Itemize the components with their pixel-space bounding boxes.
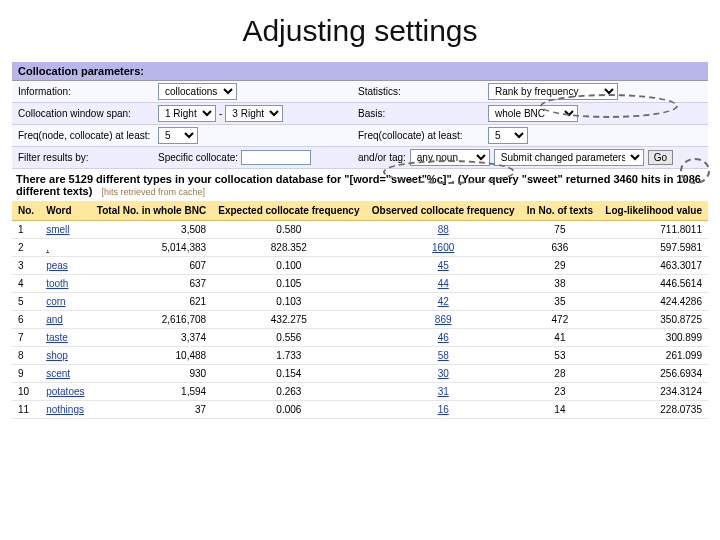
cell-total: 3,374 [91, 329, 213, 347]
cell-expected: 0.100 [212, 257, 365, 275]
cell-observed[interactable]: 16 [366, 401, 521, 419]
span-label: Collocation window span: [18, 108, 158, 119]
cell-word[interactable]: smell [40, 221, 90, 239]
col-ll: Log-likelihood value [599, 201, 708, 221]
cell-observed[interactable]: 31 [366, 383, 521, 401]
cell-texts: 53 [521, 347, 599, 365]
row-freq-node-collocate: Freq(node, collocate) at least: 5 Freq(c… [12, 125, 708, 147]
cell-word[interactable]: and [40, 311, 90, 329]
cell-observed[interactable]: 30 [366, 365, 521, 383]
cell-total: 1,594 [91, 383, 213, 401]
table-row: 11nothings370.0061614228.0735 [12, 401, 708, 419]
cell-texts: 636 [521, 239, 599, 257]
cell-observed[interactable]: 1600 [366, 239, 521, 257]
cell-word[interactable]: , [40, 239, 90, 257]
cell-word[interactable]: tooth [40, 275, 90, 293]
cell-ll: 711.8011 [599, 221, 708, 239]
cell-word[interactable]: shop [40, 347, 90, 365]
cell-observed[interactable]: 42 [366, 293, 521, 311]
table-row: 6and2,616,708432.275869472350.8725 [12, 311, 708, 329]
cell-texts: 14 [521, 401, 599, 419]
cell-no: 3 [12, 257, 40, 275]
information-label: Information: [18, 86, 158, 97]
cell-texts: 38 [521, 275, 599, 293]
table-row: 2,5,014,383828.3521600636597.5981 [12, 239, 708, 257]
table-row: 8shop10,4881.7335853261.099 [12, 347, 708, 365]
cell-texts: 29 [521, 257, 599, 275]
freq-node-collocate-label: Freq(node, collocate) at least: [18, 130, 158, 141]
cell-total: 10,488 [91, 347, 213, 365]
freq-collocate-label: Freq(collocate) at least: [358, 130, 488, 141]
col-total: Total No. in whole BNC [91, 201, 213, 221]
cell-texts: 28 [521, 365, 599, 383]
cell-expected: 0.103 [212, 293, 365, 311]
cell-observed[interactable]: 45 [366, 257, 521, 275]
cell-expected: 0.263 [212, 383, 365, 401]
cell-observed[interactable]: 869 [366, 311, 521, 329]
span-right-select[interactable]: 3 Right [225, 105, 283, 122]
cell-no: 8 [12, 347, 40, 365]
cell-expected: 0.154 [212, 365, 365, 383]
cell-texts: 35 [521, 293, 599, 311]
cell-ll: 261.099 [599, 347, 708, 365]
table-row: 5corn6210.1034235424.4286 [12, 293, 708, 311]
basis-select[interactable]: whole BNC [488, 105, 578, 122]
col-texts: In No. of texts [521, 201, 599, 221]
cell-observed[interactable]: 44 [366, 275, 521, 293]
cell-word[interactable]: nothings [40, 401, 90, 419]
cell-expected: 0.105 [212, 275, 365, 293]
cell-total: 5,014,383 [91, 239, 213, 257]
cell-expected: 0.556 [212, 329, 365, 347]
collocation-table: No. Word Total No. in whole BNC Expected… [12, 201, 708, 419]
table-header-row: No. Word Total No. in whole BNC Expected… [12, 201, 708, 221]
summary-text: There are 5129 different types in your c… [12, 169, 708, 197]
cell-expected: 828.352 [212, 239, 365, 257]
col-word: Word [40, 201, 90, 221]
andor-tag-label: and/or tag: [358, 152, 406, 163]
span-left-select[interactable]: 1 Right [158, 105, 216, 122]
andor-tag-select[interactable]: any noun [410, 149, 490, 166]
collocation-params-heading: Collocation parameters: [12, 62, 708, 81]
cell-observed[interactable]: 46 [366, 329, 521, 347]
cell-total: 3,508 [91, 221, 213, 239]
table-row: 1smell3,5080.5808875711.8011 [12, 221, 708, 239]
cell-observed[interactable]: 58 [366, 347, 521, 365]
cell-texts: 75 [521, 221, 599, 239]
cell-word[interactable]: corn [40, 293, 90, 311]
table-row: 3peas6070.1004529463.3017 [12, 257, 708, 275]
cell-ll: 463.3017 [599, 257, 708, 275]
filter-label: Filter results by: [18, 152, 158, 163]
submit-params-select[interactable]: Submit changed parameters [494, 149, 644, 166]
cell-ll: 350.8725 [599, 311, 708, 329]
cell-no: 10 [12, 383, 40, 401]
cell-word[interactable]: potatoes [40, 383, 90, 401]
statistics-label: Statistics: [358, 86, 488, 97]
row-window-span: Collocation window span: 1 Right - 3 Rig… [12, 103, 708, 125]
cell-ll: 234.3124 [599, 383, 708, 401]
cell-observed[interactable]: 88 [366, 221, 521, 239]
go-button[interactable]: Go [648, 150, 673, 165]
specific-collocate-label: Specific collocate: [158, 152, 238, 163]
cell-no: 5 [12, 293, 40, 311]
cell-word[interactable]: taste [40, 329, 90, 347]
freq-collocate-select[interactable]: 5 [488, 127, 528, 144]
cell-expected: 432.275 [212, 311, 365, 329]
cell-word[interactable]: peas [40, 257, 90, 275]
table-row: 7taste3,3740.5564641300.899 [12, 329, 708, 347]
freq-node-collocate-select[interactable]: 5 [158, 127, 198, 144]
information-select[interactable]: collocations [158, 83, 237, 100]
cell-ll: 300.899 [599, 329, 708, 347]
cell-total: 607 [91, 257, 213, 275]
cache-note: [hits retrieved from cache] [101, 187, 205, 197]
cell-no: 2 [12, 239, 40, 257]
cell-expected: 0.006 [212, 401, 365, 419]
statistics-select[interactable]: Rank by frequency [488, 83, 618, 100]
cell-total: 621 [91, 293, 213, 311]
cell-no: 6 [12, 311, 40, 329]
cell-no: 9 [12, 365, 40, 383]
cell-word[interactable]: scent [40, 365, 90, 383]
specific-collocate-input[interactable] [241, 150, 311, 165]
span-dash: - [219, 108, 222, 119]
col-observed: Observed collocate frequency [366, 201, 521, 221]
col-expected: Expected collocate frequency [212, 201, 365, 221]
